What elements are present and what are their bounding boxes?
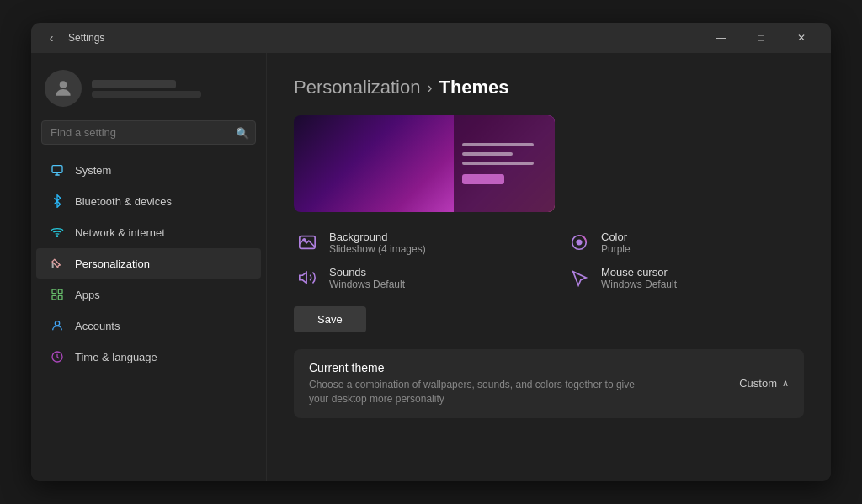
user-name-placeholder	[92, 80, 176, 88]
save-button[interactable]: Save	[294, 306, 366, 332]
sidebar-item-time[interactable]: Time & language	[36, 342, 261, 372]
current-theme-description: Choose a combination of wallpapers, soun…	[309, 378, 646, 406]
background-text: Background Slideshow (4 images)	[329, 231, 426, 255]
background-label: Background	[329, 231, 426, 243]
current-theme-value-label: Custom	[739, 377, 777, 390]
current-theme-section: Current theme Choose a combination of wa…	[294, 349, 804, 418]
search-icon: 🔍	[236, 126, 249, 139]
maximize-button[interactable]: □	[742, 24, 780, 51]
background-value: Slideshow (4 images)	[329, 243, 426, 255]
preview-button	[462, 174, 504, 184]
system-icon	[50, 162, 65, 178]
current-theme-toggle[interactable]: Custom ∧	[739, 377, 789, 390]
sidebar-item-accounts[interactable]: Accounts	[36, 310, 261, 341]
sidebar-item-apps[interactable]: Apps	[36, 279, 261, 310]
breadcrumb-separator: ›	[427, 79, 432, 97]
sidebar-item-system[interactable]: System	[36, 155, 261, 185]
main-content: Personalization › Themes	[267, 53, 831, 481]
mouse-cursor-value: Windows Default	[601, 279, 677, 290]
sounds-setting[interactable]: Sounds Windows Default	[294, 264, 532, 291]
svg-rect-6	[52, 295, 56, 300]
breadcrumb-parent[interactable]: Personalization	[294, 77, 420, 98]
sidebar-item-bluetooth[interactable]: Bluetooth & devices	[36, 186, 261, 216]
personalization-icon	[50, 256, 65, 271]
minimize-button[interactable]: —	[701, 24, 740, 51]
svg-point-8	[55, 321, 59, 326]
bluetooth-label: Bluetooth & devices	[75, 195, 172, 208]
sounds-icon	[294, 264, 321, 291]
svg-point-11	[303, 239, 306, 241]
search-box[interactable]: 🔍	[41, 120, 256, 145]
preview-overlay	[454, 115, 555, 212]
color-label: Color	[601, 231, 631, 243]
bluetooth-icon	[50, 194, 65, 209]
sidebar: 🔍 System Bluetooth & devices Network	[31, 53, 267, 481]
back-button[interactable]: ‹	[41, 28, 61, 48]
background-setting[interactable]: Background Slideshow (4 images)	[294, 229, 532, 256]
user-info	[92, 80, 201, 98]
color-text: Color Purple	[601, 231, 631, 255]
mouse-cursor-text: Mouse cursor Windows Default	[601, 266, 677, 290]
personalization-label: Personalization	[75, 257, 150, 270]
svg-rect-1	[52, 166, 62, 173]
user-email-placeholder	[92, 91, 201, 98]
breadcrumb-current: Themes	[439, 77, 508, 98]
avatar	[45, 70, 82, 107]
svg-point-2	[56, 236, 57, 236]
time-label: Time & language	[75, 351, 157, 363]
network-icon	[50, 225, 65, 240]
settings-grid: Background Slideshow (4 images) Color Pu…	[294, 229, 804, 291]
sounds-text: Sounds Windows Default	[329, 266, 405, 290]
svg-marker-14	[300, 273, 306, 284]
sounds-value: Windows Default	[329, 279, 405, 290]
breadcrumb: Personalization › Themes	[294, 77, 804, 98]
sidebar-item-personalization[interactable]: Personalization	[36, 248, 261, 279]
settings-window: ‹ Settings — □ ✕ 🔍	[31, 23, 831, 481]
user-section	[31, 63, 266, 120]
apps-label: Apps	[75, 289, 100, 301]
titlebar: ‹ Settings — □ ✕	[31, 23, 831, 53]
svg-rect-7	[58, 295, 62, 300]
system-label: System	[75, 164, 111, 177]
close-button[interactable]: ✕	[782, 24, 821, 51]
sidebar-item-network[interactable]: Network & internet	[36, 217, 261, 247]
chevron-up-icon: ∧	[782, 378, 789, 389]
mouse-cursor-icon	[566, 264, 593, 291]
svg-rect-5	[58, 289, 62, 294]
svg-point-13	[577, 240, 582, 245]
mouse-cursor-setting[interactable]: Mouse cursor Windows Default	[566, 264, 804, 291]
svg-rect-4	[52, 289, 56, 294]
content-area: 🔍 System Bluetooth & devices Network	[31, 53, 831, 481]
preview-line-2	[462, 152, 513, 156]
background-icon	[294, 229, 321, 256]
preview-line-1	[462, 143, 534, 146]
color-setting[interactable]: Color Purple	[566, 229, 804, 256]
current-theme-info: Current theme Choose a combination of wa…	[309, 361, 646, 406]
accounts-icon	[50, 318, 65, 333]
window-title: Settings	[68, 32, 701, 44]
network-label: Network & internet	[75, 226, 165, 239]
search-input[interactable]	[41, 120, 256, 145]
preview-line-3	[462, 162, 534, 165]
sounds-label: Sounds	[329, 266, 405, 279]
apps-icon	[50, 287, 65, 302]
color-icon	[566, 229, 593, 256]
window-controls: — □ ✕	[701, 24, 821, 51]
time-icon	[50, 349, 65, 364]
svg-point-0	[60, 81, 67, 88]
color-value: Purple	[601, 243, 631, 255]
theme-preview	[294, 115, 555, 212]
mouse-cursor-label: Mouse cursor	[601, 266, 677, 279]
current-theme-title: Current theme	[309, 361, 646, 374]
accounts-label: Accounts	[75, 320, 120, 332]
